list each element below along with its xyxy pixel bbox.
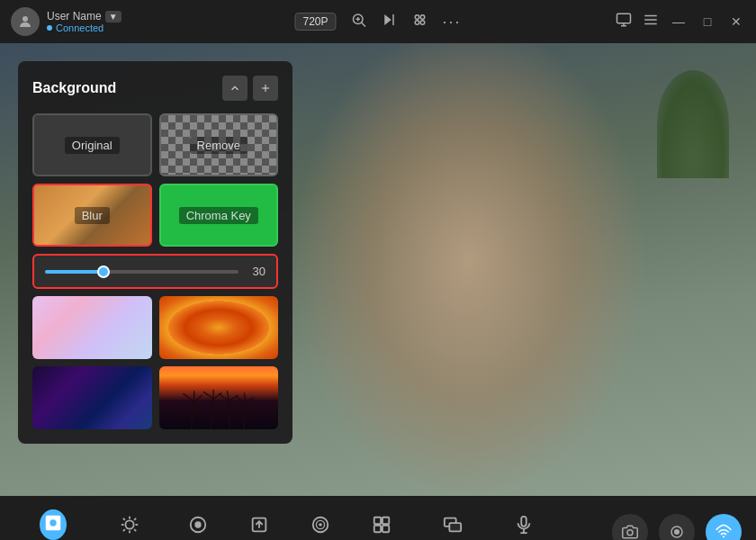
bg-blur-label: Blur: [75, 207, 110, 224]
main-content: Background Original: [0, 43, 756, 496]
content-icon: [249, 515, 269, 535]
svg-point-9: [415, 21, 419, 25]
bottom-toolbar: Background Adjustment Filter C: [0, 496, 756, 540]
background-panel: Background Original: [18, 61, 292, 444]
user-info: User Name ▼ Connected: [47, 10, 122, 33]
svg-point-51: [319, 523, 322, 526]
svg-point-47: [194, 521, 201, 527]
svg-point-7: [415, 15, 419, 20]
multiscenes-icon: [443, 515, 463, 535]
toolbar-item-content[interactable]: Content: [229, 508, 290, 540]
svg-line-21: [194, 395, 202, 401]
monitor-icon[interactable]: [616, 12, 632, 32]
svg-line-45: [134, 518, 136, 520]
bg-option-chroma[interactable]: Chroma Key: [159, 184, 279, 247]
bg-remove-label: Remove: [190, 137, 248, 154]
svg-rect-53: [382, 518, 389, 524]
svg-line-44: [123, 529, 125, 531]
connected-dot: [47, 25, 52, 31]
svg-line-34: [244, 393, 245, 403]
svg-point-36: [50, 519, 57, 526]
toolbar-item-mic[interactable]: Mic: [493, 508, 554, 540]
hamburger-icon[interactable]: [643, 12, 659, 32]
close-button[interactable]: ✕: [727, 14, 745, 29]
connected-status: Connected: [47, 22, 122, 33]
svg-line-31: [243, 403, 245, 429]
bg-option-blur[interactable]: Blur: [32, 184, 152, 247]
svg-rect-6: [392, 14, 394, 25]
svg-point-10: [420, 21, 425, 25]
svg-line-20: [183, 393, 194, 401]
maximize-button[interactable]: □: [698, 14, 716, 29]
blur-value: 30: [248, 265, 266, 278]
bg-original-label: Original: [65, 137, 120, 154]
toolbar-item-background[interactable]: Background: [14, 502, 93, 540]
toolbar-item-filter[interactable]: Filter: [167, 508, 229, 540]
svg-line-25: [213, 393, 221, 400]
svg-line-42: [123, 518, 125, 520]
svg-line-33: [245, 397, 253, 402]
svg-rect-54: [374, 526, 381, 532]
panel-title: Background: [32, 80, 116, 96]
camera-button[interactable]: [612, 514, 648, 540]
svg-rect-11: [617, 14, 631, 23]
wifi-button[interactable]: [706, 514, 742, 540]
bg-images-grid: [32, 296, 278, 429]
bg-options-grid: Original Remove Blur Chroma Key: [32, 113, 278, 247]
svg-rect-57: [449, 523, 461, 531]
svg-rect-58: [521, 517, 526, 526]
svg-line-2: [362, 22, 366, 27]
zoom-in-icon[interactable]: [351, 12, 367, 32]
add-background-button[interactable]: [253, 76, 278, 101]
skip-icon[interactable]: [382, 12, 398, 32]
blur-slider-container: 30: [32, 254, 278, 289]
bg-thumb-gradient3[interactable]: [32, 366, 152, 429]
bg-option-remove[interactable]: Remove: [159, 113, 279, 176]
avatar: [11, 7, 40, 36]
svg-rect-55: [382, 526, 389, 532]
svg-marker-5: [384, 14, 392, 25]
toolbar-item-adjustment[interactable]: Adjustment: [93, 508, 167, 540]
more-icon[interactable]: ···: [443, 13, 462, 32]
titlebar-right: — □ ✕: [616, 12, 745, 32]
mic-icon: [514, 515, 534, 535]
collapse-button[interactable]: [222, 76, 248, 101]
panel-header: Background: [32, 76, 278, 101]
toolbar-item-brand[interactable]: Brand: [290, 508, 351, 540]
minimize-button[interactable]: —: [670, 14, 688, 29]
resolution-badge[interactable]: 720P: [294, 13, 336, 31]
bg-option-original[interactable]: Original: [32, 113, 152, 176]
svg-point-64: [723, 536, 724, 537]
record-button[interactable]: [659, 514, 695, 540]
layout-icon[interactable]: [412, 12, 428, 32]
brand-icon: [310, 515, 330, 535]
titlebar: User Name ▼ Connected 720P: [0, 0, 756, 43]
username: User Name ▼: [47, 10, 122, 22]
adjustment-icon: [120, 515, 140, 535]
toolbar-item-multiscenes[interactable]: Multi-scenes: [412, 508, 493, 540]
svg-point-37: [126, 520, 134, 528]
wifi-icon: [716, 524, 732, 540]
panel-header-buttons: [222, 76, 278, 101]
connected-label: Connected: [56, 22, 104, 33]
svg-point-61: [627, 530, 633, 536]
svg-line-43: [134, 529, 136, 531]
svg-line-27: [229, 400, 230, 429]
username-text: User Name: [47, 10, 102, 22]
svg-line-23: [211, 399, 213, 429]
svg-line-32: [235, 396, 245, 402]
filter-icon: [188, 515, 208, 535]
background-icon-wrapper: [40, 509, 67, 540]
toolbar-item-theme[interactable]: Theme: [351, 508, 412, 540]
bg-thumb-gradient1[interactable]: [32, 296, 152, 359]
svg-point-8: [420, 15, 425, 20]
svg-point-0: [22, 16, 28, 22]
bg-thumb-gradient2[interactable]: [159, 296, 279, 359]
record-icon: [669, 524, 685, 540]
bg-thumb-sunset[interactable]: [159, 366, 279, 429]
svg-line-29: [229, 395, 238, 400]
svg-line-24: [203, 392, 213, 399]
svg-rect-52: [374, 518, 381, 524]
theme-icon: [372, 515, 392, 535]
username-badge[interactable]: ▼: [105, 11, 122, 22]
